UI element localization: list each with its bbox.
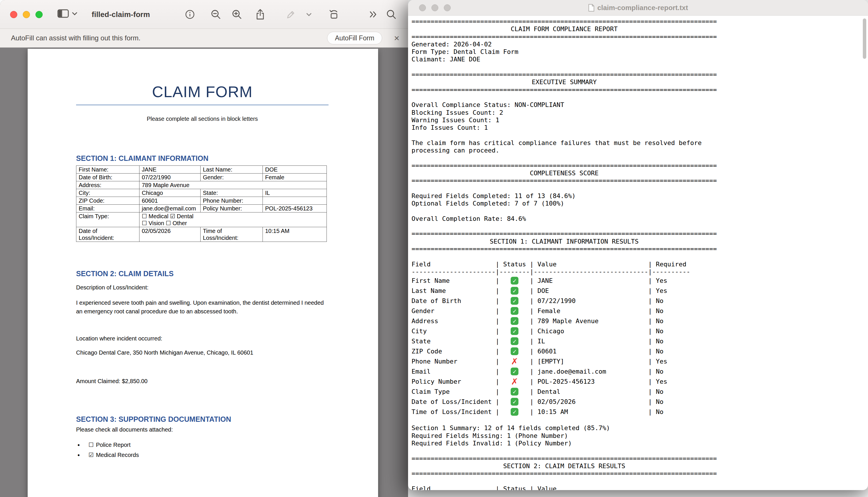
share-button[interactable]: [255, 9, 265, 20]
report-line: State|✓| IL| No: [411, 336, 868, 346]
double-chevron-right-icon: [368, 10, 378, 19]
report-line: Required Fields Invalid: 1 (Policy Numbe…: [411, 440, 868, 447]
field-value[interactable]: POL-2025-456123: [263, 205, 327, 212]
report-text[interactable]: ========================================…: [408, 16, 868, 490]
more-tools-button[interactable]: [368, 10, 378, 19]
field-value[interactable]: 07/22/1990: [140, 173, 201, 181]
field-value[interactable]: Chicago: [140, 189, 201, 197]
report-line: SECTION 1: CLAIMANT INFORMATION RESULTS: [411, 238, 717, 245]
report-line: processing can proceed.: [411, 147, 868, 154]
report-line: Section 1 Summary: 12 of 14 fields compl…: [411, 424, 868, 432]
info-icon: [185, 9, 195, 19]
close-button[interactable]: [419, 4, 426, 11]
field-label: First Name:: [76, 166, 140, 173]
field-value[interactable]: JANE: [140, 166, 201, 173]
zoom-out-button[interactable]: [211, 9, 221, 20]
field-value[interactable]: DOE: [263, 166, 327, 173]
share-icon: [255, 9, 265, 20]
form-table-row: Email:jane.doe@email.comPolicy Number:PO…: [76, 205, 327, 212]
report-line: Overall Completion Rate: 84.6%: [411, 215, 868, 223]
status-pass-icon: ✓: [511, 277, 518, 285]
rotate-button[interactable]: [328, 9, 340, 20]
checked-checkbox-icon[interactable]: ☑: [88, 450, 94, 460]
minimize-button[interactable]: [23, 11, 30, 18]
report-line: ========================================…: [411, 455, 868, 463]
report-line: CLAIM FORM COMPLIANCE REPORT: [411, 25, 717, 33]
report-line: Claim Type|✓| Dental| No: [411, 387, 868, 397]
report-line: Required Fields Completed: 11 of 13 (84.…: [411, 192, 868, 200]
autofill-form-button[interactable]: AutoFill Form: [327, 32, 382, 44]
zoom-out-icon: [211, 9, 221, 20]
field-label: Last Name:: [201, 166, 263, 173]
checklist-item[interactable]: •☐Police Report: [76, 440, 329, 450]
field-label: ZIP Code:: [76, 197, 140, 205]
sidebar-toggle-button[interactable]: [57, 9, 78, 18]
zoom-in-button[interactable]: [231, 9, 242, 20]
report-line: ========================================…: [411, 71, 868, 79]
checklist-label: Medical Records: [96, 450, 139, 460]
report-line: EXECUTIVE SUMMARY: [411, 79, 717, 86]
report-line: Generated: 2026-04-02: [411, 41, 868, 48]
markup-dropdown-button[interactable]: [306, 12, 312, 17]
status-pass-icon: ✓: [511, 388, 518, 396]
bullet-icon: •: [77, 440, 88, 450]
preview-window: filled-claim-form: [0, 0, 408, 497]
location-value[interactable]: Chicago Dental Care, 350 North Michigan …: [76, 350, 329, 356]
field-value[interactable]: IL: [263, 189, 327, 197]
report-line: ========================================…: [411, 18, 868, 25]
report-window-title: claim-compliance-report.txt: [408, 0, 868, 15]
report-line: ========================================…: [411, 162, 868, 170]
form-table-row: Date of Birth:07/22/1990Gender:Female: [76, 173, 327, 181]
info-button[interactable]: [185, 9, 195, 19]
report-line: Date of Loss/Incident|✓| 02/05/2026| No: [411, 397, 868, 407]
field-value[interactable]: Female: [263, 173, 327, 181]
report-line: City|✓| Chicago| No: [411, 326, 868, 336]
field-value[interactable]: 10:15 AM: [263, 227, 327, 242]
close-button[interactable]: [10, 11, 17, 18]
chevron-down-icon: [306, 12, 312, 17]
field-value[interactable]: 789 Maple Avenue: [140, 181, 327, 189]
report-line: Last Name|✓| DOE| Yes: [411, 286, 868, 296]
field-value[interactable]: 02/05/2026: [140, 227, 201, 242]
report-line: Field|Status| Value: [411, 485, 868, 490]
traffic-lights: [10, 11, 43, 18]
form-table-row: ZIP Code:60601Phone Number:: [76, 197, 327, 205]
report-line: ========================================…: [411, 33, 868, 41]
report-line: ========================================…: [411, 86, 868, 94]
search-button[interactable]: [386, 9, 397, 20]
report-line: Claimant: JANE DOE: [411, 56, 868, 63]
field-label: Email:: [76, 205, 140, 212]
minimize-button[interactable]: [431, 4, 438, 11]
amount-claimed[interactable]: Amount Claimed: $2,850.00: [76, 378, 329, 385]
form-table-row: Date of Loss/Incident:02/05/2026Time of …: [76, 227, 327, 242]
report-line: [411, 185, 868, 192]
document-icon: [588, 4, 594, 12]
field-label: Address:: [76, 181, 140, 189]
unchecked-checkbox-icon[interactable]: ☐: [88, 440, 94, 450]
status-fail-icon: ✗: [511, 357, 518, 366]
field-value[interactable]: 60601: [140, 197, 201, 205]
report-line: ========================================…: [411, 177, 868, 185]
autofill-banner: AutoFill can assist with filling out thi…: [0, 29, 408, 47]
banner-close-icon[interactable]: ×: [394, 33, 400, 43]
pdf-page: CLAIM FORM Please complete all sections …: [28, 49, 378, 497]
field-value[interactable]: ☐ Medical ☑ Dental ☐ Vision ☐ Other: [140, 212, 327, 227]
scrollbar-thumb[interactable]: [863, 18, 866, 59]
section1-heading: SECTION 1: CLAIMANT INFORMATION: [76, 154, 329, 162]
markup-button[interactable]: [285, 9, 296, 20]
field-label: Date of Birth:: [76, 173, 140, 181]
field-value[interactable]: [263, 197, 327, 205]
checklist-item[interactable]: •☑Medical Records: [76, 450, 329, 460]
report-line: Policy Number|✗| POL-2025-456123| Yes: [411, 377, 868, 387]
field-value[interactable]: jane.doe@email.com: [140, 205, 201, 212]
fullscreen-button[interactable]: [444, 4, 451, 11]
report-line: Warning Issues Count: 1: [411, 116, 868, 124]
search-icon: [386, 9, 397, 20]
preview-toolbar: filled-claim-form: [0, 0, 408, 29]
description-value[interactable]: I experienced severe tooth pain and swel…: [76, 298, 324, 316]
zoom-in-icon: [231, 9, 242, 20]
report-line: [411, 63, 868, 71]
fullscreen-button[interactable]: [35, 11, 43, 18]
report-line: Optional Fields Completed: 7 of 7 (100%): [411, 200, 868, 207]
form-table-row: Address:789 Maple Avenue: [76, 181, 327, 189]
